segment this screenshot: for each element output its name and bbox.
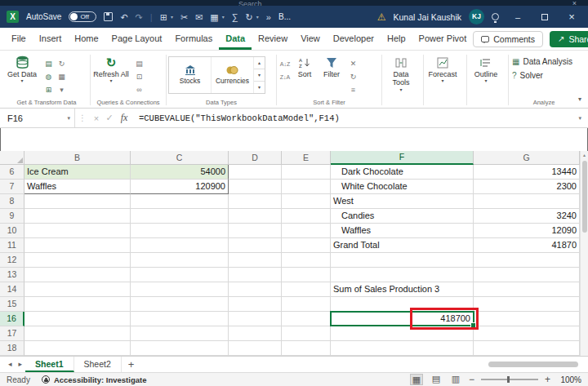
row-header-6[interactable]: 6	[0, 165, 24, 180]
scroll-up-icon[interactable]: ▴	[581, 151, 588, 159]
dropdown-icon[interactable]: ▾	[256, 14, 259, 20]
chevron-down-icon[interactable]: ▾	[56, 84, 68, 96]
name-box[interactable]: F16 ▾	[0, 109, 75, 127]
cell[interactable]	[24, 297, 131, 312]
cell[interactable]	[24, 312, 131, 326]
cell-F16-active[interactable]: 418700	[331, 312, 474, 326]
filter-button[interactable]: Filter	[318, 55, 345, 78]
cell-B7[interactable]: Waffles	[24, 180, 131, 194]
cell[interactable]	[131, 224, 229, 238]
cell[interactable]	[24, 282, 131, 297]
gallery-down-icon[interactable]: ▾	[254, 69, 265, 82]
cell[interactable]	[131, 326, 229, 341]
cell[interactable]	[282, 238, 331, 253]
cell[interactable]	[474, 341, 580, 356]
add-sheet-button[interactable]: +	[122, 357, 141, 372]
cell-F9[interactable]: Candies	[331, 209, 474, 224]
avatar[interactable]: KJ	[469, 9, 484, 24]
sort-az-icon[interactable]: A↓Z	[278, 58, 292, 70]
row-header-16[interactable]: 16	[0, 312, 24, 326]
tab-formulas[interactable]: Formulas	[168, 28, 219, 50]
row-header-11[interactable]: 11	[0, 238, 24, 253]
recent-sources-icon[interactable]: ↻	[56, 58, 68, 70]
cell[interactable]	[331, 253, 474, 268]
sheet-tab-sheet2[interactable]: Sheet2	[74, 357, 122, 372]
save-icon[interactable]	[104, 12, 113, 21]
cell[interactable]	[229, 312, 282, 326]
tab-developer[interactable]: Developer	[327, 28, 381, 50]
minimize-button[interactable]: –	[508, 12, 528, 22]
collapse-ribbon-icon[interactable]: ▾	[578, 95, 581, 103]
autosave-toggle[interactable]: Off	[69, 11, 96, 22]
vertical-scrollbar[interactable]: ▴	[580, 151, 588, 356]
cell[interactable]	[24, 194, 131, 209]
sheet-nav-right-icon[interactable]: ▸	[16, 357, 26, 372]
row-header-8[interactable]: 8	[0, 194, 24, 209]
col-header-E[interactable]: E	[282, 151, 331, 165]
cell[interactable]	[474, 253, 580, 268]
tab-view[interactable]: View	[294, 28, 327, 50]
cell-F11[interactable]: Grand Total	[331, 238, 474, 253]
from-table-range-icon[interactable]: ⊞	[42, 84, 55, 96]
share-button[interactable]: ↗ Share ▾	[550, 31, 588, 47]
outline-button[interactable]: Outline ▾	[469, 55, 503, 84]
page-layout-view-icon[interactable]: ▤	[430, 374, 443, 385]
reapply-icon[interactable]: ↻	[347, 71, 359, 83]
refresh-all-button[interactable]: ↻ Refresh All ▾	[92, 55, 130, 84]
cell-C6[interactable]: 54000	[131, 165, 229, 180]
tab-data[interactable]: Data	[219, 28, 252, 50]
cell-G9[interactable]: 3240	[474, 209, 580, 224]
qat-overflow-label[interactable]: B...	[278, 12, 291, 21]
cell[interactable]	[229, 180, 282, 194]
undo-icon[interactable]: ↶	[120, 11, 127, 23]
tab-help[interactable]: Help	[381, 28, 412, 50]
col-header-F[interactable]: F	[331, 151, 474, 165]
existing-connections-icon[interactable]: ▦	[56, 71, 68, 83]
cell[interactable]	[131, 253, 229, 268]
cell[interactable]	[24, 268, 131, 282]
cell[interactable]	[131, 194, 229, 209]
cell[interactable]	[282, 194, 331, 209]
cell[interactable]	[229, 165, 282, 180]
sort-za-icon[interactable]: Z↓A	[278, 71, 292, 83]
row-header-13[interactable]: 13	[0, 268, 24, 282]
cell[interactable]	[131, 209, 229, 224]
cell[interactable]	[24, 326, 131, 341]
cell[interactable]	[229, 253, 282, 268]
user-name[interactable]: Kunal Jai Kaushik	[394, 12, 461, 22]
cell-B6[interactable]: Ice Cream	[24, 165, 131, 180]
currencies-button[interactable]: Currencies	[212, 57, 254, 93]
cell[interactable]	[282, 253, 331, 268]
formula-input[interactable]: =CUBEVALUE("ThisWorkbookDataModel",F14)	[139, 113, 572, 123]
row-header-18[interactable]: 18	[0, 341, 24, 356]
cell[interactable]	[282, 297, 331, 312]
cell[interactable]	[131, 282, 229, 297]
accessibility-status[interactable]: Accessibility: Investigate	[42, 375, 147, 384]
vertical-scroll-thumb[interactable]	[582, 161, 587, 233]
cell[interactable]	[282, 268, 331, 282]
redo-icon[interactable]: ↷	[136, 11, 143, 23]
formula-bar-handle[interactable]: ⋮	[75, 113, 90, 122]
col-header-C[interactable]: C	[131, 151, 229, 165]
data-tools-button[interactable]: Data Tools ▾	[384, 55, 418, 93]
cell-C7[interactable]: 120900	[131, 180, 229, 194]
cell[interactable]	[282, 209, 331, 224]
cell[interactable]	[24, 238, 131, 253]
cell[interactable]	[229, 224, 282, 238]
zoom-slider[interactable]	[481, 379, 538, 380]
cell[interactable]	[474, 326, 580, 341]
col-header-G[interactable]: G	[474, 151, 580, 165]
tab-home[interactable]: Home	[68, 28, 105, 50]
dropdown-icon[interactable]: ▾	[222, 14, 225, 20]
gallery-up-icon[interactable]: ▴	[254, 57, 265, 69]
table-icon[interactable]: ▦	[210, 11, 218, 23]
cell[interactable]	[331, 326, 474, 341]
cell[interactable]	[229, 341, 282, 356]
col-header-D[interactable]: D	[229, 151, 282, 165]
page-break-view-icon[interactable]: ▥	[449, 374, 462, 385]
cell[interactable]	[24, 224, 131, 238]
refresh-icon[interactable]: ↻	[246, 11, 253, 23]
sort-button[interactable]: AZ Sort	[292, 55, 318, 78]
normal-view-icon[interactable]: ▦	[410, 374, 423, 385]
cell[interactable]	[24, 253, 131, 268]
